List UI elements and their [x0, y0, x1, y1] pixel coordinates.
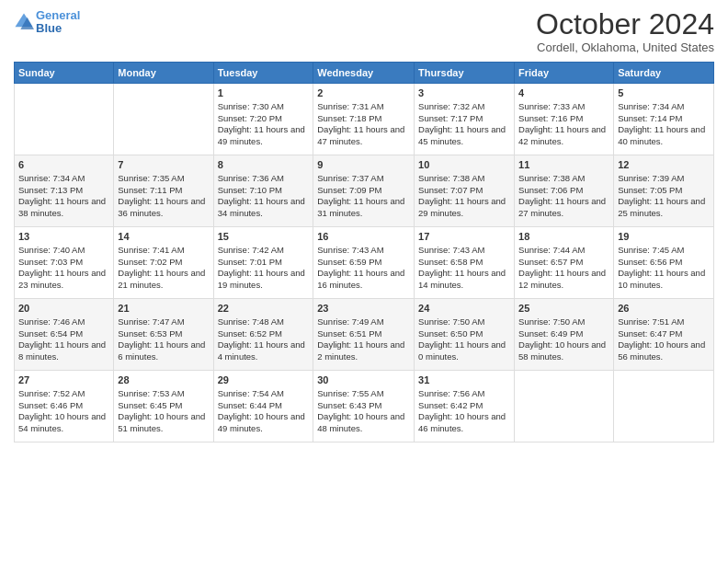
sunset-text: Sunset: 6:52 PM: [218, 328, 282, 339]
col-friday: Friday: [515, 63, 614, 84]
day-number: 27: [18, 373, 109, 387]
calendar-cell: 17Sunrise: 7:43 AMSunset: 6:58 PMDayligh…: [415, 227, 515, 299]
calendar-cell: 6Sunrise: 7:34 AMSunset: 7:13 PMDaylight…: [15, 155, 114, 227]
day-number: 3: [418, 86, 510, 100]
day-number: 31: [418, 373, 510, 387]
calendar-cell: 11Sunrise: 7:38 AMSunset: 7:06 PMDayligh…: [515, 155, 614, 227]
day-number: 18: [518, 230, 609, 244]
daylight-text: Daylight: 10 hours and 56 minutes.: [618, 339, 705, 362]
col-thursday: Thursday: [415, 63, 515, 84]
day-number: 4: [518, 86, 609, 100]
calendar-header-row: Sunday Monday Tuesday Wednesday Thursday…: [15, 63, 714, 84]
day-number: 24: [418, 302, 510, 316]
sunrise-text: Sunrise: 7:38 AM: [418, 173, 484, 183]
calendar-cell: 20Sunrise: 7:46 AMSunset: 6:54 PMDayligh…: [15, 299, 114, 371]
sunrise-text: Sunrise: 7:56 AM: [418, 388, 484, 398]
sunrise-text: Sunrise: 7:53 AM: [118, 388, 184, 398]
day-number: 23: [317, 302, 410, 316]
calendar: Sunday Monday Tuesday Wednesday Thursday…: [14, 62, 714, 442]
header: General Blue October 2024 Cordell, Oklah…: [14, 9, 714, 54]
calendar-cell: [515, 371, 614, 442]
day-number: 15: [218, 230, 310, 244]
sunrise-text: Sunrise: 7:30 AM: [218, 101, 284, 111]
calendar-cell: 30Sunrise: 7:55 AMSunset: 6:43 PMDayligh…: [313, 371, 415, 442]
day-number: 5: [618, 86, 710, 100]
calendar-cell: [15, 84, 114, 155]
calendar-cell: 3Sunrise: 7:32 AMSunset: 7:17 PMDaylight…: [415, 84, 515, 155]
daylight-text: Daylight: 11 hours and 36 minutes.: [118, 196, 205, 218]
sunset-text: Sunset: 6:54 PM: [18, 328, 83, 339]
calendar-cell: 27Sunrise: 7:52 AMSunset: 6:46 PMDayligh…: [15, 371, 114, 442]
day-number: 28: [118, 373, 209, 387]
col-saturday: Saturday: [614, 63, 714, 84]
sunrise-text: Sunrise: 7:46 AM: [18, 316, 85, 327]
sunset-text: Sunset: 7:20 PM: [218, 113, 282, 123]
daylight-text: Daylight: 11 hours and 0 minutes.: [418, 339, 506, 362]
daylight-text: Daylight: 11 hours and 34 minutes.: [218, 196, 305, 218]
sunrise-text: Sunrise: 7:49 AM: [317, 316, 383, 327]
calendar-cell: 2Sunrise: 7:31 AMSunset: 7:18 PMDaylight…: [313, 84, 415, 155]
calendar-cell: 26Sunrise: 7:51 AMSunset: 6:47 PMDayligh…: [614, 299, 714, 371]
col-wednesday: Wednesday: [313, 63, 415, 84]
day-number: 12: [618, 158, 710, 172]
sunset-text: Sunset: 7:07 PM: [418, 185, 483, 195]
sunrise-text: Sunrise: 7:35 AM: [118, 173, 184, 183]
sunset-text: Sunset: 7:14 PM: [618, 113, 682, 123]
calendar-cell: [114, 84, 213, 155]
sunrise-text: Sunrise: 7:44 AM: [518, 245, 585, 255]
calendar-cell: 21Sunrise: 7:47 AMSunset: 6:53 PMDayligh…: [114, 299, 213, 371]
day-number: 9: [317, 158, 410, 172]
sunset-text: Sunset: 6:56 PM: [618, 257, 682, 267]
calendar-cell: 13Sunrise: 7:40 AMSunset: 7:03 PMDayligh…: [15, 227, 114, 299]
sunset-text: Sunset: 6:59 PM: [317, 257, 381, 267]
day-number: 21: [118, 302, 209, 316]
daylight-text: Daylight: 10 hours and 51 minutes.: [118, 411, 205, 433]
title-area: October 2024 Cordell, Oklahoma, United S…: [536, 9, 714, 54]
sunset-text: Sunset: 7:10 PM: [218, 185, 282, 195]
sunset-text: Sunset: 7:16 PM: [518, 113, 583, 123]
daylight-text: Daylight: 11 hours and 38 minutes.: [18, 196, 106, 218]
sunset-text: Sunset: 6:47 PM: [618, 328, 682, 339]
day-number: 1: [218, 86, 310, 100]
sunset-text: Sunset: 6:46 PM: [18, 400, 83, 410]
daylight-text: Daylight: 10 hours and 48 minutes.: [317, 411, 404, 433]
sunrise-text: Sunrise: 7:39 AM: [618, 173, 684, 183]
sunset-text: Sunset: 6:58 PM: [418, 257, 483, 267]
calendar-cell: 8Sunrise: 7:36 AMSunset: 7:10 PMDaylight…: [213, 155, 313, 227]
calendar-cell: 31Sunrise: 7:56 AMSunset: 6:42 PMDayligh…: [415, 371, 515, 442]
day-number: 14: [118, 230, 209, 244]
calendar-cell: 10Sunrise: 7:38 AMSunset: 7:07 PMDayligh…: [415, 155, 515, 227]
calendar-cell: 16Sunrise: 7:43 AMSunset: 6:59 PMDayligh…: [313, 227, 415, 299]
daylight-text: Daylight: 11 hours and 31 minutes.: [317, 196, 404, 218]
daylight-text: Daylight: 11 hours and 8 minutes.: [18, 339, 106, 362]
day-number: 19: [618, 230, 710, 244]
sunset-text: Sunset: 6:44 PM: [218, 400, 282, 410]
calendar-cell: 19Sunrise: 7:45 AMSunset: 6:56 PMDayligh…: [614, 227, 714, 299]
daylight-text: Daylight: 11 hours and 25 minutes.: [618, 196, 705, 218]
sunrise-text: Sunrise: 7:42 AM: [218, 245, 284, 255]
calendar-cell: 1Sunrise: 7:30 AMSunset: 7:20 PMDaylight…: [213, 84, 313, 155]
sunrise-text: Sunrise: 7:50 AM: [418, 316, 484, 327]
daylight-text: Daylight: 11 hours and 16 minutes.: [317, 268, 404, 290]
sunset-text: Sunset: 6:57 PM: [518, 257, 583, 267]
sunrise-text: Sunrise: 7:38 AM: [518, 173, 585, 183]
day-number: 17: [418, 230, 510, 244]
sunset-text: Sunset: 7:09 PM: [317, 185, 381, 195]
sunset-text: Sunset: 6:42 PM: [418, 400, 483, 410]
daylight-text: Daylight: 11 hours and 10 minutes.: [618, 268, 705, 290]
location: Cordell, Oklahoma, United States: [536, 40, 714, 54]
calendar-cell: 9Sunrise: 7:37 AMSunset: 7:09 PMDaylight…: [313, 155, 415, 227]
calendar-cell: 5Sunrise: 7:34 AMSunset: 7:14 PMDaylight…: [614, 84, 714, 155]
daylight-text: Daylight: 11 hours and 47 minutes.: [317, 124, 404, 146]
sunset-text: Sunset: 7:17 PM: [418, 113, 483, 123]
daylight-text: Daylight: 10 hours and 58 minutes.: [518, 339, 606, 362]
calendar-cell: 4Sunrise: 7:33 AMSunset: 7:16 PMDaylight…: [515, 84, 614, 155]
calendar-cell: 12Sunrise: 7:39 AMSunset: 7:05 PMDayligh…: [614, 155, 714, 227]
col-monday: Monday: [114, 63, 213, 84]
sunset-text: Sunset: 7:01 PM: [218, 257, 282, 267]
daylight-text: Daylight: 10 hours and 49 minutes.: [218, 411, 305, 433]
sunrise-text: Sunrise: 7:48 AM: [218, 316, 284, 327]
sunset-text: Sunset: 7:05 PM: [618, 185, 682, 195]
sunset-text: Sunset: 6:51 PM: [317, 328, 381, 339]
month-title: October 2024: [536, 9, 714, 39]
